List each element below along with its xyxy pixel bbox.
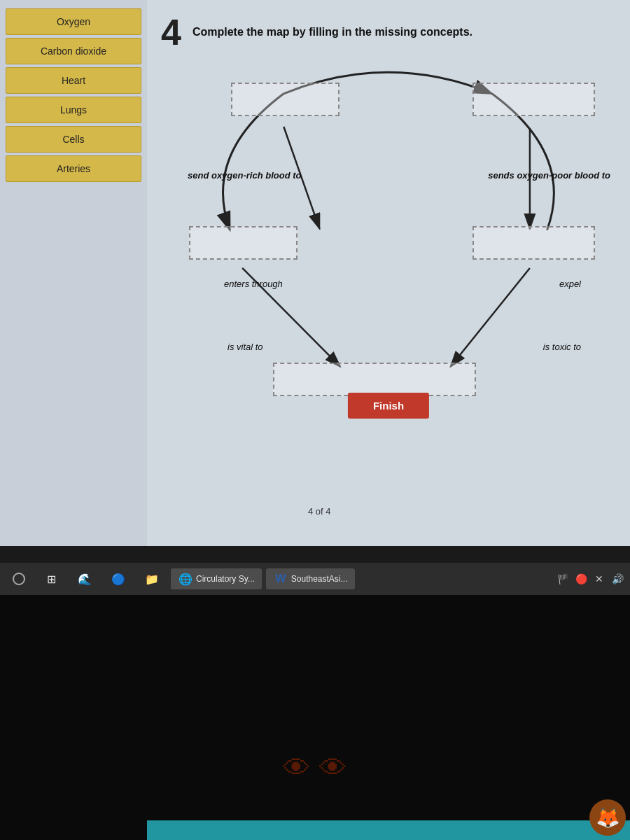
drop-box-mid-left[interactable] xyxy=(189,226,298,260)
question-content: 4 Complete the map by filling in the mis… xyxy=(147,0,630,546)
concept-oxygen[interactable]: Oxygen xyxy=(6,8,141,35)
drop-box-top-left[interactable] xyxy=(231,83,340,116)
page-counter: 4 of 4 xyxy=(308,506,331,517)
drop-box-top-right[interactable] xyxy=(472,83,595,116)
progress-bar xyxy=(147,820,630,840)
question-header: 4 Complete the map by filling in the mis… xyxy=(161,14,616,50)
label-expel: expel xyxy=(559,279,581,289)
edge-icon: 🌊 xyxy=(77,571,92,587)
word-icon: W xyxy=(273,571,288,587)
main-content: Oxygen Carbon dioxide Heart Lungs Cells … xyxy=(0,0,630,546)
taskview-icon: ⊞ xyxy=(43,571,59,587)
dark-background xyxy=(0,563,630,840)
label-send-oxygen-rich: send oxygen-rich blood to xyxy=(188,170,302,181)
concept-sidebar: Oxygen Carbon dioxide Heart Lungs Cells … xyxy=(0,0,147,546)
taskbar-circulatory[interactable]: 🌐 Circulatory Sy... xyxy=(171,568,262,589)
circulatory-label: Circulatory Sy... xyxy=(196,574,255,584)
label-is-vital-to: is vital to xyxy=(227,342,263,352)
question-number: 4 xyxy=(161,14,181,50)
alert-icon[interactable]: 🔴 xyxy=(574,572,588,586)
circulatory-icon: 🌐 xyxy=(178,571,193,587)
close-icon[interactable]: ✕ xyxy=(592,572,606,586)
concept-heart[interactable]: Heart xyxy=(6,67,141,94)
drop-box-mid-right[interactable] xyxy=(472,226,595,260)
flag-icon[interactable]: 🏴 xyxy=(556,572,570,586)
taskbar-files[interactable]: 📁 xyxy=(137,568,167,589)
concept-map-diagram: send oxygen-rich blood to sends oxygen-p… xyxy=(161,62,616,468)
concept-carbon-dioxide[interactable]: Carbon dioxide xyxy=(6,38,141,64)
drop-box-bottom-center[interactable] xyxy=(273,363,476,396)
avatar: 🦊 xyxy=(589,799,626,836)
files-icon: 📁 xyxy=(144,571,160,587)
dark-decoration: 👁 👁 xyxy=(283,752,346,784)
finish-button[interactable]: Finish xyxy=(348,393,429,419)
southeast-label: SoutheastAsi... xyxy=(291,574,348,584)
taskbar-taskview[interactable]: ⊞ xyxy=(36,568,66,589)
search-circle-icon xyxy=(13,573,25,585)
label-enters-through: enters through xyxy=(224,279,283,289)
volume-icon[interactable]: 🔊 xyxy=(610,572,624,586)
chrome-icon: 🔵 xyxy=(111,571,126,587)
concept-arteries[interactable]: Arteries xyxy=(6,155,141,182)
taskbar: ⊞ 🌊 🔵 📁 🌐 Circulatory Sy... W SoutheastA… xyxy=(0,563,630,595)
label-is-toxic-to: is toxic to xyxy=(543,342,581,352)
taskbar-edge[interactable]: 🌊 xyxy=(70,568,99,589)
concept-cells[interactable]: Cells xyxy=(6,126,141,153)
label-sends-oxygen-poor: sends oxygen-poor blood to xyxy=(488,170,610,181)
question-text: Complete the map by filling in the missi… xyxy=(192,26,472,38)
taskbar-right-icons: 🏴 🔴 ✕ 🔊 xyxy=(556,572,624,586)
taskbar-word[interactable]: W SoutheastAsi... xyxy=(266,568,355,589)
taskbar-chrome[interactable]: 🔵 xyxy=(104,568,133,589)
concept-lungs[interactable]: Lungs xyxy=(6,97,141,123)
svg-line-3 xyxy=(451,268,530,367)
taskbar-search[interactable] xyxy=(6,570,32,588)
